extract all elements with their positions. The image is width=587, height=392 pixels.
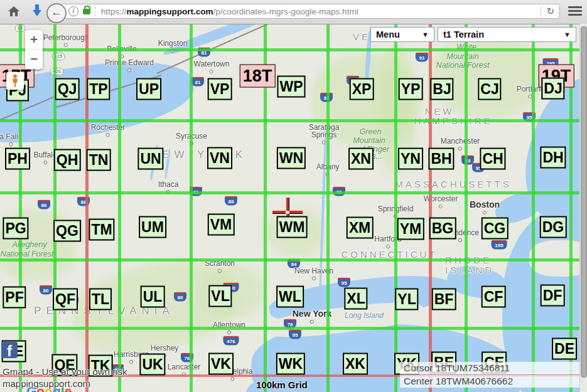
mgrs-cell-label: PH — [5, 148, 30, 170]
mgrs-cell-label: UL — [141, 286, 165, 308]
grid-line-horizontal — [0, 191, 587, 194]
menu-dropdown[interactable]: Menu ▼ — [370, 27, 434, 42]
browser-toolbar: ← i https://mappingsupport.com/p/coordin… — [0, 0, 587, 24]
hamburger-bar — [568, 6, 582, 8]
interstate-shield: 80 — [40, 285, 52, 295]
mgrs-cell-label: WK — [276, 353, 305, 375]
facebook-icon[interactable]: f — [1, 342, 18, 358]
grid-scale-label: 100km Grid — [256, 379, 308, 390]
crosshair-icon — [289, 211, 303, 214]
grid-line-vertical — [190, 24, 193, 392]
mgrs-cell-label: UP — [136, 78, 161, 100]
forest-label: National Forest — [436, 61, 490, 70]
url-path: /p/coordinates-mgrs-google-maps.html — [213, 7, 358, 16]
url-bar[interactable]: i https://mappingsupport.com/p/coordinat… — [57, 4, 560, 19]
grid-line-horizontal — [0, 119, 587, 122]
mgrs-cell-label: TM — [89, 219, 114, 241]
city-label: Manchester — [441, 137, 480, 146]
scrollbar-thumb[interactable] — [581, 26, 587, 378]
page-info-icon[interactable]: i — [68, 6, 78, 16]
page-scrollbar[interactable] — [579, 24, 587, 392]
download-icon[interactable] — [33, 4, 41, 18]
disclaimer-line1: Gmap4 - Use at your own risk — [3, 366, 127, 378]
mgrs-cell-label: QJ — [55, 78, 80, 100]
mgrs-cell-label: QH — [54, 149, 81, 171]
reload-icon[interactable]: ↻ — [541, 6, 554, 17]
city-label: Kingston — [158, 39, 188, 48]
mgrs-cell-label: CH — [480, 148, 505, 170]
center-coordinate-row: Center 18TWM40676662 — [400, 375, 586, 388]
mgrs-cell-label: WM — [277, 216, 308, 238]
grid-line-vertical — [394, 24, 397, 392]
mgrs-cell-label: YL — [395, 289, 418, 310]
grid-line-vertical — [118, 24, 121, 392]
mgrs-cell-label: BF — [432, 289, 456, 310]
zoom-out-button[interactable]: − — [25, 50, 43, 68]
url-text[interactable]: https://mappingsupport.com/p/coordinates… — [101, 7, 536, 16]
mgrs-cell-label: TL — [89, 289, 112, 310]
mgrs-cell-label: XN — [348, 148, 374, 170]
city-label: Hershey — [151, 344, 179, 352]
basemap-dropdown[interactable]: t1 Terrain ▼ — [438, 27, 576, 42]
pegman-icon — [11, 74, 19, 88]
cursor-label: Cursor — [404, 363, 433, 373]
interstate-shield: 88 — [225, 196, 237, 206]
mgrs-cell-label: WN — [277, 147, 306, 169]
grid-line-horizontal — [0, 48, 587, 51]
mgrs-cell-label: UM — [139, 216, 166, 238]
mgrs-cell-label: VN — [207, 147, 232, 169]
map-canvas[interactable]: 12115407401 8181898791295959395908686818… — [0, 24, 587, 392]
back-button[interactable]: ← — [46, 3, 67, 23]
mgrs-cell-label: YM — [397, 218, 424, 240]
city-label: Boston — [470, 199, 500, 209]
mgrs-cell-label: WL — [276, 286, 304, 308]
zoom-control: + − — [25, 30, 43, 69]
grid-line-horizontal — [0, 258, 587, 262]
mgrs-cell-label: XK — [343, 353, 368, 375]
mgrs-cell-label: DG — [540, 216, 567, 238]
mgrs-cell-label: XP — [350, 78, 374, 100]
grid-line-vertical — [326, 24, 330, 392]
city-label: Long Island — [345, 311, 384, 320]
grid-line-vertical — [465, 24, 468, 392]
hamburger-menu-icon[interactable] — [568, 6, 582, 17]
grid-line-vertical — [532, 24, 535, 392]
cursor-value: 18TUM75346811 — [436, 363, 510, 373]
mgrs-cell-label: DH — [540, 147, 566, 169]
city-label: Prince Edward — [105, 58, 154, 67]
pegman-button[interactable] — [6, 72, 24, 90]
chevron-down-icon: ▼ — [422, 31, 429, 38]
mgrs-cell-label: XM — [347, 217, 374, 239]
mgrs-cell-label: TP — [87, 78, 110, 100]
mgrs-zone-label: 18T — [240, 65, 276, 88]
interstate-shield: 95 — [289, 330, 301, 339]
mgrs-cell-label: VM — [208, 214, 235, 236]
mgrs-cell-label: WP — [277, 76, 305, 98]
mgrs-cell-label: DF — [541, 285, 565, 307]
url-scheme: https:// — [101, 7, 127, 16]
mgrs-cell-label: CF — [482, 286, 506, 308]
interstate-shield: 95 — [338, 278, 350, 287]
mgrs-cell-label: CG — [482, 218, 509, 240]
basemap-dropdown-label: t1 Terrain — [443, 29, 484, 40]
mgrs-cell-label: DJ — [541, 78, 564, 100]
interstate-shield: 91 — [416, 53, 428, 62]
state-label: MASSACHUSETTS — [395, 179, 511, 189]
state-label: NEW YORK — [149, 149, 247, 161]
mgrs-cell-label: PG — [3, 218, 28, 240]
mgrs-cell-label: UK — [139, 354, 165, 376]
home-icon[interactable] — [8, 5, 20, 18]
state-label: ISLAND — [445, 265, 494, 275]
ssl-lock-icon[interactable] — [83, 9, 90, 14]
mgrs-cell-label: UN — [137, 148, 163, 170]
zoom-in-button[interactable]: + — [25, 30, 43, 49]
center-label: Center — [404, 376, 433, 386]
forest-label: Mountain — [353, 136, 385, 145]
interstate-shield: 195 — [492, 240, 507, 250]
url-host: mappingsupport.com — [127, 7, 213, 16]
state-label: VE — [353, 31, 370, 42]
disclaimer-line2: mappingsupport.com — [3, 378, 127, 389]
menu-dropdown-label: Menu — [376, 29, 400, 40]
mgrs-cell-label: DE — [552, 338, 577, 360]
download-icon-head — [33, 10, 41, 16]
